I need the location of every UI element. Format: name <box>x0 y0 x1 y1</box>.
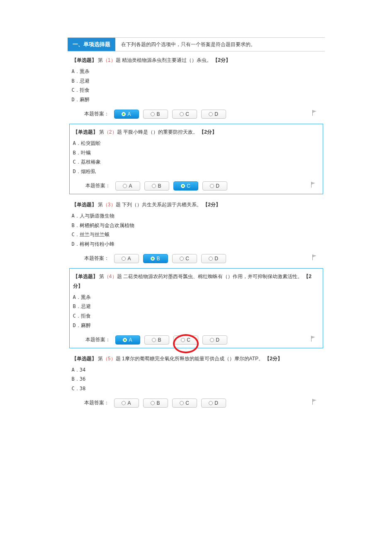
option-line: C．荔枝椿象 <box>73 157 319 167</box>
answer-row: 本题答案：ABCD <box>73 179 319 194</box>
choice-letter: B <box>158 183 161 189</box>
option-line: C．拒食 <box>72 86 321 95</box>
question-block: 【单选题】 第（4）题 二萜类植物源农药对墨西哥瓢虫、棉红蜘蛛有（）作用，并可抑… <box>69 268 323 348</box>
radio-icon <box>210 338 214 342</box>
answer-label: 本题答案： <box>84 255 109 262</box>
option-line: A．34 <box>72 365 321 375</box>
choice-button-a[interactable]: A <box>114 399 139 408</box>
choice-button-d[interactable]: D <box>202 181 227 191</box>
flag-icon[interactable] <box>310 335 317 342</box>
question-text: 精油类植物源杀虫剂主要通过（）杀虫。 <box>122 57 212 63</box>
choice-button-c[interactable]: C <box>173 181 198 191</box>
svg-marker-4 <box>312 254 317 257</box>
svg-rect-5 <box>312 254 313 260</box>
choice-button-b[interactable]: B <box>143 110 168 119</box>
choice-letter: C <box>185 111 189 117</box>
question-number: （5） <box>103 356 116 362</box>
svg-rect-1 <box>312 110 313 116</box>
answer-label: 本题答案： <box>84 399 109 406</box>
radio-icon <box>151 112 155 116</box>
choice-letter: B <box>156 256 160 262</box>
choice-button-d[interactable]: D <box>201 110 226 119</box>
answer-row: 本题答案：ABCD <box>72 107 321 122</box>
choice-button-b[interactable]: B <box>144 181 169 191</box>
option-line: B．36 <box>72 374 321 384</box>
flag-icon[interactable] <box>310 181 317 188</box>
choice-letter: B <box>156 400 160 406</box>
choice-letter: A <box>129 337 132 343</box>
choice-letter: A <box>129 183 132 189</box>
flag-icon[interactable] <box>312 399 318 405</box>
radio-icon <box>122 401 126 405</box>
radio-icon <box>180 401 184 405</box>
choice-button-c[interactable]: C <box>172 110 197 119</box>
choice-letter: D <box>214 400 218 406</box>
question-score: 【2分】 <box>203 202 221 208</box>
option-line: A．松突圆蚧 <box>73 139 319 148</box>
question-stem: 【单选题】 第（4）题 二萜类植物源农药对墨西哥瓢虫、棉红蜘蛛有（）作用，并可抑… <box>73 272 319 291</box>
option-line: D．烟粉虱 <box>73 167 319 176</box>
choice-button-d[interactable]: D <box>202 335 227 345</box>
radio-icon <box>122 257 126 261</box>
choice-button-a[interactable]: A <box>115 181 140 191</box>
flag-icon[interactable] <box>312 254 318 261</box>
radio-icon <box>210 184 214 188</box>
question-type-label: 【单选题】 <box>72 202 97 208</box>
option-line: A．熏杀 <box>72 67 321 76</box>
svg-rect-7 <box>311 336 312 342</box>
options-list: A．34B．36C．38 <box>72 365 321 394</box>
option-line: A．人与肠道微生物 <box>72 211 321 221</box>
question-num-suffix: 题 <box>117 274 122 279</box>
section-title: 一、单项选择题 <box>68 38 115 51</box>
question-block: 【单选题】 第（1）题 精油类植物源杀虫剂主要通过（）杀虫。 【2分】A．熏杀B… <box>68 51 325 122</box>
radio-icon <box>180 257 184 261</box>
question-stem: 【单选题】 第（1）题 精油类植物源杀虫剂主要通过（）杀虫。 【2分】 <box>72 56 321 65</box>
question-text: 二萜类植物源农药对墨西哥瓢虫、棉红蜘蛛有（）作用，并可抑制保幼激素活性。 <box>123 274 302 279</box>
choice-letter: C <box>187 183 190 189</box>
choice-button-a[interactable]: A <box>114 254 139 263</box>
choice-button-c[interactable]: C <box>172 254 197 263</box>
question-block: 【单选题】 第（3）题 下列（）共生关系起源于共栖关系。 【2分】A．人与肠道微… <box>68 196 325 266</box>
choice-button-b[interactable]: B <box>143 399 168 408</box>
question-num-prefix: 第 <box>98 356 103 362</box>
question-num-prefix: 第 <box>99 274 104 279</box>
option-line: B．忌避 <box>73 302 319 311</box>
question-num-suffix: 题 <box>116 57 121 63</box>
choice-button-c[interactable]: C <box>172 399 197 408</box>
question-number: （4） <box>104 274 117 279</box>
svg-rect-9 <box>312 399 313 405</box>
radio-icon <box>181 338 185 342</box>
option-line: B．叶螨 <box>73 148 319 158</box>
choice-letter: D <box>214 111 218 117</box>
radio-icon <box>152 184 156 188</box>
option-line: D．麻醉 <box>72 95 321 105</box>
choice-button-b[interactable]: B <box>143 254 168 263</box>
options-list: A．熏杀B．忌避C．拒食D．麻醉 <box>72 67 321 105</box>
radio-icon <box>152 338 156 342</box>
question-number: （1） <box>103 57 116 63</box>
question-text: 1摩尔的葡萄糖完全氧化所释放的能量可供合成（）摩尔的ATP。 <box>122 356 263 362</box>
choice-button-c[interactable]: C <box>173 335 198 345</box>
svg-rect-3 <box>311 182 312 188</box>
choice-button-a[interactable]: A <box>114 110 139 119</box>
choice-button-a[interactable]: A <box>115 335 140 345</box>
radio-icon <box>122 112 126 116</box>
choice-letter: A <box>127 256 131 262</box>
question-num-suffix: 题 <box>116 202 121 208</box>
option-line: D．麻醉 <box>73 321 319 330</box>
flag-icon[interactable] <box>312 110 318 116</box>
svg-marker-8 <box>312 399 317 402</box>
section-header: 一、单项选择题 在下列各题的四个选项中，只有一个答案是符合题目要求的。 <box>68 38 325 51</box>
choice-button-d[interactable]: D <box>201 399 226 408</box>
question-num-prefix: 第 <box>98 202 103 208</box>
choice-letter: D <box>216 183 219 189</box>
radio-icon <box>151 401 155 405</box>
options-list: A．人与肠道微生物B．树栖蚂蚁与金合欢属植物C．丝兰与丝兰蛾D．榕树与传粉小蜂 <box>72 211 321 249</box>
choice-letter: B <box>156 111 160 117</box>
choice-button-b[interactable]: B <box>144 335 169 345</box>
question-type-label: 【单选题】 <box>72 57 97 63</box>
question-text: 下列（）共生关系起源于共栖关系。 <box>122 202 202 208</box>
question-stem: 【单选题】 第（3）题 下列（）共生关系起源于共栖关系。 【2分】 <box>72 200 321 210</box>
question-num-prefix: 第 <box>99 129 104 135</box>
choice-button-d[interactable]: D <box>201 254 226 263</box>
